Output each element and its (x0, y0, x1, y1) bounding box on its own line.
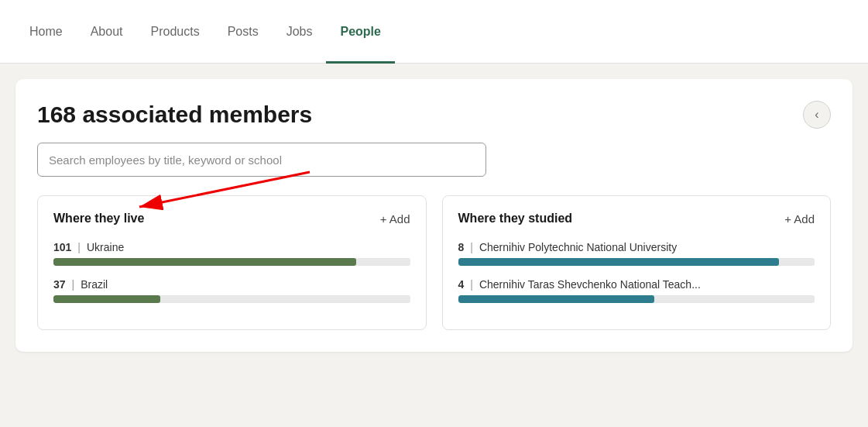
live-count-brazil: 37 (53, 278, 66, 291)
where-they-live-header: Where they live + Add (53, 212, 410, 226)
members-title: 168 associated members (37, 102, 312, 128)
content-card: 168 associated members ‹ Where they live… (15, 79, 853, 352)
where-they-studied-title: Where they studied (458, 212, 573, 226)
separator-2: | (72, 278, 75, 291)
studied-name-2: Chernihiv Taras Shevchenko National Teac… (479, 278, 701, 291)
filter-cards-row: Where they live + Add 101 | Ukraine (37, 195, 831, 330)
live-bar-fill-brazil (53, 295, 160, 303)
nav-item-posts[interactable]: Posts (214, 0, 273, 64)
members-header: 168 associated members ‹ (37, 101, 831, 129)
studied-bar-fill-2 (458, 295, 654, 303)
studied-item-2: 4 | Chernihiv Taras Shevchenko National … (458, 278, 815, 303)
search-input[interactable] (37, 143, 486, 177)
studied-count-1: 8 (458, 241, 465, 253)
nav-item-people[interactable]: People (326, 0, 394, 64)
where-they-studied-card: Where they studied + Add 8 | Chernihiv P… (442, 195, 832, 330)
live-item-ukraine: 101 | Ukraine (53, 241, 410, 266)
members-count: 168 (37, 102, 76, 127)
where-they-live-title: Where they live (53, 212, 144, 226)
live-count-ukraine: 101 (53, 241, 71, 253)
nav-item-home[interactable]: Home (15, 0, 77, 64)
nav-bar: Home About Products Posts Jobs People (0, 0, 868, 64)
where-they-studied-add-button[interactable]: + Add (784, 212, 815, 226)
live-bar-brazil (53, 295, 410, 303)
nav-item-jobs[interactable]: Jobs (273, 0, 327, 64)
separator-4: | (470, 278, 473, 291)
page-wrapper: Home About Products Posts Jobs People 16… (0, 0, 868, 367)
studied-bar-fill-1 (458, 258, 779, 266)
nav-item-about[interactable]: About (77, 0, 137, 64)
live-bar-ukraine (53, 258, 410, 266)
separator-1: | (77, 241, 81, 253)
where-they-live-card: Where they live + Add 101 | Ukraine (37, 195, 427, 330)
members-label: associated members (82, 102, 312, 127)
studied-name-1: Chernihiv Polytechnic National Universit… (479, 241, 677, 253)
main-content: 168 associated members ‹ Where they live… (0, 64, 868, 367)
live-item-brazil: 37 | Brazil (53, 278, 410, 303)
studied-count-2: 4 (458, 278, 465, 291)
back-button[interactable]: ‹ (803, 101, 831, 129)
live-bar-fill-ukraine (53, 258, 356, 266)
nav-item-products[interactable]: Products (137, 0, 214, 64)
studied-bar-1 (458, 258, 815, 266)
studied-item-1: 8 | Chernihiv Polytechnic National Unive… (458, 241, 815, 266)
where-they-live-add-button[interactable]: + Add (380, 212, 410, 226)
live-name-brazil: Brazil (81, 278, 108, 291)
where-they-studied-header: Where they studied + Add (458, 212, 815, 226)
studied-bar-2 (458, 295, 815, 303)
separator-3: | (470, 241, 473, 253)
live-name-ukraine: Ukraine (87, 241, 124, 253)
